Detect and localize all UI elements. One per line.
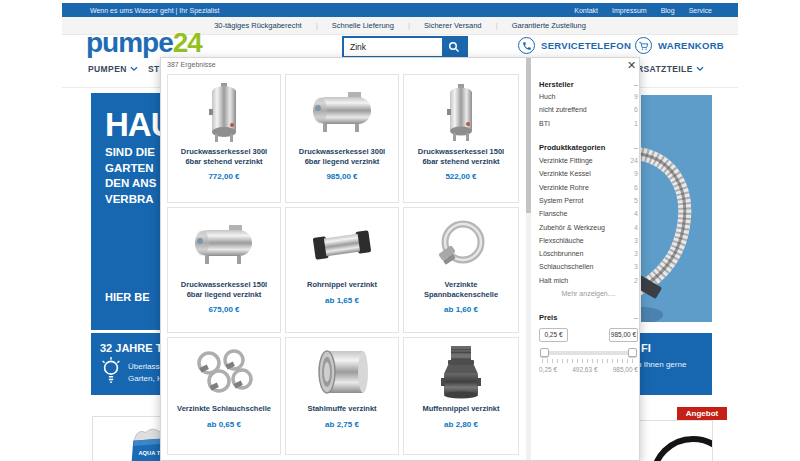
product-card[interactable]: Druckwasserkessel 150l 6bar liegend verz…: [167, 207, 281, 333]
product-card[interactable]: Muffennippel verzinkt ab 2,80 €: [403, 337, 519, 455]
nav-item-label: PUMPEN: [88, 64, 127, 74]
usp-item: Garantierte Zustellung: [498, 21, 600, 30]
search-icon: [448, 41, 460, 53]
trust-banner-text: Überlasse Garten, H: [128, 361, 164, 385]
filter-option[interactable]: Huch 9: [539, 90, 638, 103]
side-banner-flex-hose[interactable]: [641, 95, 712, 322]
flex-hose-image: [641, 95, 712, 322]
product-image-horizontal-tank: [308, 80, 376, 144]
hero-line: VERBRA: [105, 192, 156, 208]
product-card[interactable]: Druckwasserkessel 300l 6bar stehend verz…: [167, 74, 281, 203]
product-title: Druckwasserkessel 300l 6bar liegend verz…: [286, 147, 398, 166]
topbar-link-blog[interactable]: Blog: [661, 7, 675, 14]
price-scale-max: 985,00 €: [613, 366, 638, 373]
filter-option[interactable]: Flansche 4: [539, 207, 638, 220]
filter-option-count: 3: [634, 237, 638, 244]
product-card[interactable]: Verzinkte Schlauchschelle ab 0,65 €: [167, 337, 281, 455]
price-slider-handle-max[interactable]: [628, 348, 637, 357]
hero-subtext: SIND DIE GARTEN DEN ANS VERBRA: [105, 145, 156, 207]
topbar-link-kontakt[interactable]: Kontakt: [574, 7, 598, 14]
product-title: Verzinkte Schlauchschelle: [171, 404, 277, 414]
filter-option-label: Zubehör & Werkzeug: [539, 224, 605, 231]
overlay-scrollbar-thumb[interactable]: [526, 58, 531, 213]
filter-section-title: Produktkategorien: [539, 143, 605, 152]
filter-option-count: 9: [634, 93, 638, 100]
logo-text-pumpe: pumpe: [86, 27, 173, 58]
filter-option-label: BTI: [539, 120, 550, 127]
filter-option[interactable]: Flexschläuche 3: [539, 234, 638, 247]
collapse-icon[interactable]: –: [634, 313, 638, 322]
filter-option-label: Verzinkte Rohre: [539, 184, 589, 191]
product-title: Druckwasserkessel 150l 6bar stehend verz…: [404, 147, 518, 166]
price-slider-ticks: [542, 359, 635, 363]
search-results-overlay: 387 Ergebnisse ✕ Druckwasserkessel 300l …: [160, 57, 640, 461]
product-card[interactable]: Stahlmuffe verzinkt ab 2,75 €: [285, 337, 399, 455]
price-min-input[interactable]: 0,25 €: [539, 328, 568, 342]
show-more-link[interactable]: Mehr anzeigen....: [539, 290, 638, 302]
filter-option[interactable]: Verzinkte Kessel 9: [539, 167, 638, 180]
trust-banner-line: Überlasse: [128, 361, 164, 373]
nav-item-label: RSATZTEILE: [637, 64, 693, 74]
filter-option-count: 6: [634, 106, 638, 113]
trust-banner-text-right: n Ihnen gerne: [637, 360, 686, 369]
filter-option[interactable]: Verzinkte Fittinge 24: [539, 154, 638, 167]
filter-option[interactable]: Verzinkte Rohre 6: [539, 180, 638, 193]
results-count: 387 Ergebnisse: [167, 61, 216, 68]
filter-option-count: 6: [634, 184, 638, 191]
product-image-steel-sleeve: [313, 343, 371, 401]
filter-option[interactable]: Schlauchschellen 3: [539, 260, 638, 273]
search-bar: [342, 36, 468, 58]
cart-icon: [635, 37, 652, 54]
product-image-hose-clamps: [192, 343, 256, 401]
filter-option[interactable]: System Perrot 5: [539, 194, 638, 207]
page: Wenn es ums Wasser geht | Ihr Spezialist…: [0, 0, 800, 461]
overlay-scrollbar: [526, 58, 531, 460]
trust-banner-line: Garten, H: [128, 373, 164, 385]
filter-section-title: Preis: [539, 313, 557, 322]
chevron-down-icon: [696, 66, 704, 72]
product-card[interactable]: Druckwasserkessel 150l 6bar stehend verz…: [403, 74, 519, 203]
tagline: Wenn es ums Wasser geht | Ihr Spezialist: [90, 7, 219, 14]
filter-option[interactable]: nicht zutreffend 6: [539, 103, 638, 116]
cart-button[interactable]: WARENKORB: [635, 37, 724, 54]
logo[interactable]: pumpe24: [86, 28, 202, 58]
product-price: ab 0,65 €: [207, 420, 241, 429]
filter-option-count: 4: [634, 210, 638, 217]
filter-option[interactable]: Halt mich 2: [539, 274, 638, 287]
product-price: ab 1,60 €: [444, 305, 478, 314]
nav-item-truncated[interactable]: ST: [148, 64, 160, 74]
hero-cta-link[interactable]: HIER BE: [105, 291, 150, 303]
filter-option[interactable]: Zubehör & Werkzeug 4: [539, 220, 638, 233]
hero-line: SIND DIE: [105, 145, 156, 161]
price-scale-mid: 492,63 €: [572, 366, 597, 373]
filter-option-label: System Perrot: [539, 197, 583, 204]
nav-item-pumpen[interactable]: PUMPEN: [88, 64, 138, 74]
topbar-link-impressum[interactable]: Impressum: [612, 7, 647, 14]
search-button[interactable]: [442, 38, 466, 56]
search-input[interactable]: [344, 38, 442, 56]
product-card[interactable]: Druckwasserkessel 300l 6bar liegend verz…: [285, 74, 399, 203]
price-slider-handle-min[interactable]: [540, 348, 549, 357]
filter-section-hersteller: Hersteller –: [539, 78, 638, 90]
collapse-icon[interactable]: –: [634, 80, 638, 89]
filter-option[interactable]: Löschbrunnen 3: [539, 247, 638, 260]
offer-badge: Angebot: [677, 407, 727, 420]
price-max-input[interactable]: 985,00 €: [609, 328, 638, 342]
topbar-link-service[interactable]: Service: [689, 7, 712, 14]
filter-option-label: Halt mich: [539, 277, 568, 284]
logo-text-24: 24: [173, 27, 202, 58]
price-scale: 0,25 € 492,63 € 985,00 €: [539, 366, 638, 373]
nav-item-ersatzteile[interactable]: RSATZTEILE: [637, 64, 704, 74]
product-image-clamp-ring: [433, 213, 489, 277]
filter-option-count: 2: [634, 277, 638, 284]
product-card[interactable]: Verzinkte Spannbackenschelle ab 1,60 €: [403, 207, 519, 333]
product-card[interactable]: Rohrnippel verzinkt ab 1,65 €: [285, 207, 399, 333]
product-card-hose-coil[interactable]: [637, 420, 713, 461]
filter-option-count: 3: [634, 250, 638, 257]
filter-option[interactable]: BTI 1: [539, 117, 638, 130]
product-price: 772,00 €: [208, 172, 239, 181]
service-phone-button[interactable]: SERVICETELEFON: [518, 37, 631, 54]
product-grid: Druckwasserkessel 300l 6bar stehend verz…: [167, 74, 519, 455]
collapse-icon[interactable]: –: [634, 143, 638, 152]
price-slider-track[interactable]: [542, 351, 635, 355]
